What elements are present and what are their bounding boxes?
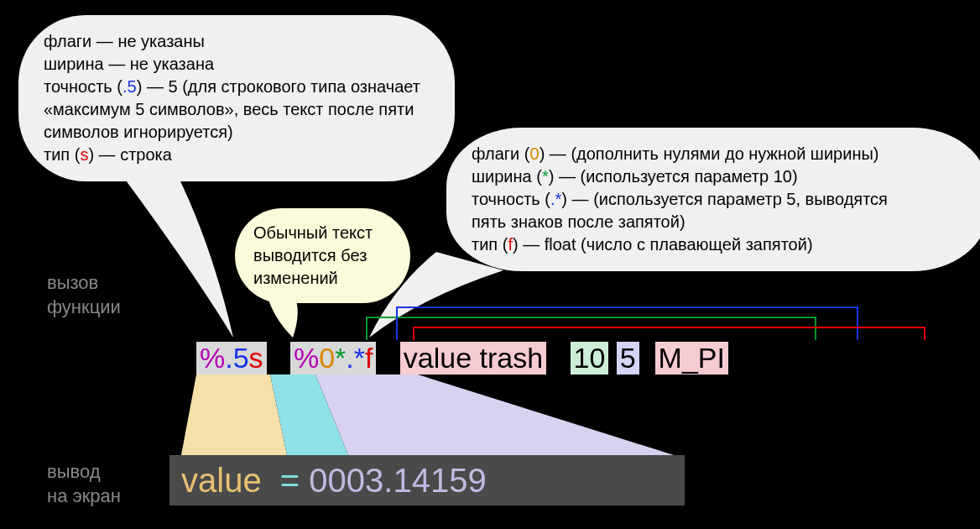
b1-l6a: тип ( <box>44 145 80 164</box>
connector-prec-5 <box>397 307 858 340</box>
b1-l4: «максимум 5 символов», весь текст после … <box>44 100 414 118</box>
fmt2-f: f <box>365 342 373 374</box>
label-output-l1: вывод <box>47 461 101 482</box>
bubble-spec-s: флаги — не указаны ширина — не указана т… <box>18 15 455 181</box>
output-bar: value = 0003.14159 <box>169 455 685 505</box>
fmt1-five: 5 <box>233 342 249 374</box>
label-call-l1: вызов <box>47 272 98 293</box>
fmt2-zero: 0 <box>319 342 335 374</box>
fmt2-pct: % <box>294 342 319 374</box>
b3-l3a: точность ( <box>472 190 550 208</box>
beam-yellow <box>181 374 287 455</box>
b1-l6c: ) — строка <box>88 145 172 164</box>
bubble-plain-text: Обычный текст выводится без изменений <box>235 208 410 303</box>
b1-l2: ширина — не указана <box>44 55 214 73</box>
bubble1-tail <box>109 156 233 338</box>
b3-l3b: .* <box>550 190 561 208</box>
fmt-token-1: %.5s <box>196 342 267 374</box>
beam-cyan <box>270 374 348 455</box>
format-row: %.5s %0*.*f value trash 10 5 M_PI <box>196 342 728 374</box>
out-value: value <box>181 462 262 499</box>
b3-l2c: ) — (используется параметр 10) <box>549 167 798 186</box>
b3-l5a: тип ( <box>472 235 508 254</box>
arg-mpi: M_PI <box>655 342 728 374</box>
fmt2-star: * <box>335 342 346 374</box>
connector-width-10 <box>367 317 816 340</box>
diagram-stage: вызов функции вывод на экран флаги — не … <box>0 0 980 529</box>
b3-l2b: * <box>542 167 549 186</box>
label-output: вывод на экран <box>47 460 121 508</box>
fmt1-dot: . <box>225 342 232 374</box>
b3-l3c: ) — (используется параметр 5, выводятся <box>561 190 888 208</box>
b1-l3c: ) — 5 (для строкового типа означает <box>137 77 420 96</box>
b2-l2: выводится без <box>253 246 367 264</box>
b3-l2a: ширина ( <box>472 167 542 186</box>
arg-10: 10 <box>571 342 609 374</box>
arg-value-trash: value trash <box>400 342 546 374</box>
b3-l1b: 0 <box>530 144 540 163</box>
label-call-l2: функции <box>47 296 121 317</box>
fmt1-pct: % <box>200 342 225 374</box>
label-call: вызов функции <box>47 271 121 319</box>
b2-l3: изменений <box>253 269 338 287</box>
out-num: 0003.14159 <box>309 462 486 499</box>
bubble-spec-f: флаги (0) — (дополнить нулями до нужной … <box>446 128 980 271</box>
b1-l3b: .5 <box>122 77 137 96</box>
b3-l4: пять знаков после запятой) <box>472 212 685 231</box>
fmt2-dot: . <box>346 342 353 374</box>
connector-type-mpi <box>414 327 925 340</box>
fmt-token-2: %0*.*f <box>290 342 377 374</box>
fmt1-s: s <box>249 342 263 374</box>
out-eq: = <box>262 462 310 499</box>
b1-l6b: s <box>80 145 88 164</box>
arg-5: 5 <box>617 342 639 374</box>
b1-l1: флаги — не указаны <box>44 32 205 50</box>
b3-l1c: ) — (дополнить нулями до нужной ширины) <box>540 144 879 163</box>
b3-l5c: ) — float (число с плавающей запятой) <box>513 235 813 254</box>
b1-l5: символов игнорируется) <box>44 123 233 141</box>
b3-l1a: флаги ( <box>472 144 530 163</box>
label-output-l2: на экран <box>47 485 121 506</box>
b1-l3a: точность ( <box>44 77 122 96</box>
beam-lavender <box>315 374 674 455</box>
b2-l1: Обычный текст <box>253 223 373 242</box>
fmt2-star2: * <box>354 342 365 374</box>
